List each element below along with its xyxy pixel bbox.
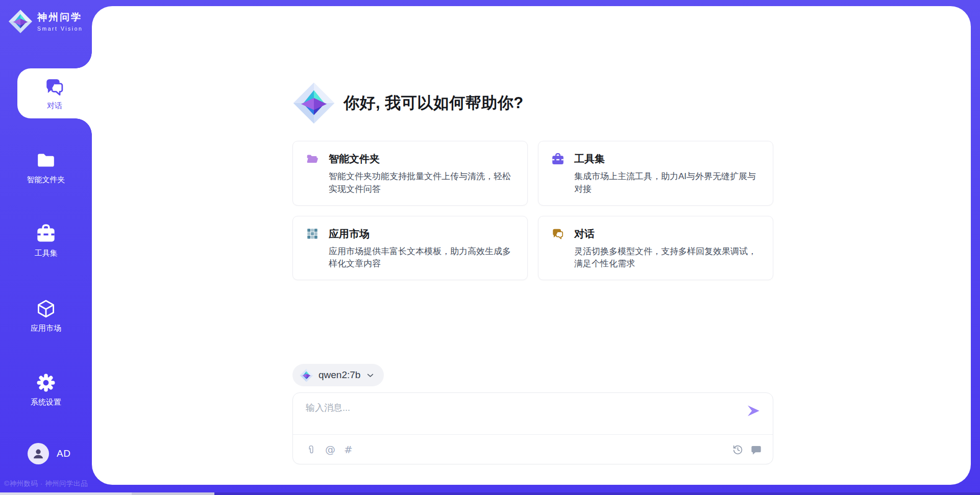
card-description: 灵活切换多模型文件，支持多样回复效果调试，满足个性化需求 [574, 245, 761, 271]
brand: 神州问学 Smart Vision [8, 9, 83, 34]
at-sign-icon: @ [325, 444, 335, 455]
sidebar-item-label: 工具集 [35, 249, 58, 258]
chat-icon [551, 227, 565, 240]
sidebar-item-label: 系统设置 [31, 398, 61, 407]
send-button[interactable] [746, 404, 761, 418]
person-icon [32, 447, 45, 460]
card-description: 应用市场提供丰富长文本模板，助力高效生成多样化文章内容 [329, 245, 515, 271]
sidebar-item-app-market[interactable]: 应用市场 [0, 299, 92, 333]
copyright-footer: ©神州数码 · 神州问学出品 [4, 479, 88, 488]
main-content: 你好, 我可以如何帮助你? 智能文件夹 智能文件夹功能支持批量文件上传与清洗，轻… [292, 6, 773, 485]
app-root: { "brand": { "name": "神州问学", "subtitle":… [0, 0, 980, 495]
chat-bubble-icon [751, 444, 762, 455]
conversation-button[interactable] [751, 444, 762, 455]
hero: 你好, 我可以如何帮助你? [292, 82, 524, 125]
history-button[interactable] [732, 444, 743, 455]
sidebar-item-label: 智能文件夹 [27, 175, 65, 185]
message-input[interactable] [306, 402, 714, 431]
cube-icon [36, 299, 56, 319]
sidebar-item-toolset[interactable]: 工具集 [0, 224, 92, 258]
feature-cards: 智能文件夹 智能文件夹功能支持批量文件上传与清洗，轻松实现文件问答 工具集 集成… [292, 141, 773, 280]
card-description: 智能文件夹功能支持批量文件上传与清洗，轻松实现文件问答 [329, 170, 515, 196]
paperclip-icon [306, 444, 316, 455]
scrollbar-thumb[interactable] [0, 492, 132, 495]
card-app-market[interactable]: 应用市场 应用市场提供丰富长文本模板，助力高效生成多样化文章内容 [292, 216, 528, 281]
brand-diamond-logo-icon [8, 9, 33, 34]
toolbox-icon [36, 224, 56, 244]
history-icon [732, 444, 743, 455]
chevron-down-icon [365, 370, 375, 380]
brand-subtitle: Smart Vision [37, 26, 83, 32]
card-header: 工具集 [551, 152, 761, 166]
sidebar-item-chat[interactable]: 对话 [17, 68, 92, 118]
user-profile[interactable]: AD [28, 443, 70, 464]
hash-icon: # [344, 444, 353, 455]
gear-icon [36, 373, 56, 393]
model-name: qwen2:7b [318, 369, 360, 381]
horizontal-scrollbar[interactable] [0, 492, 980, 495]
folder-open-icon [306, 153, 319, 166]
message-composer: @ # [292, 392, 773, 464]
sidebar-item-label: 对话 [47, 101, 62, 111]
card-title: 对话 [574, 227, 595, 241]
sidebar-item-smart-folder[interactable]: 智能文件夹 [0, 150, 92, 185]
grid-icon [306, 227, 319, 240]
card-title: 工具集 [574, 152, 605, 166]
card-smart-folder[interactable]: 智能文件夹 智能文件夹功能支持批量文件上传与清洗，轻松实现文件问答 [292, 141, 528, 206]
chat-icon [44, 76, 65, 97]
card-title: 智能文件夹 [329, 152, 380, 166]
sidebar: 神州问学 Smart Vision 对话 智能文件夹 工具集 应用市场 系统设置… [0, 0, 92, 495]
composer-toolbar: @ # [306, 435, 762, 464]
scrollbar-thumb-secondary[interactable] [132, 492, 214, 495]
greeting-heading: 你好, 我可以如何帮助你? [344, 92, 524, 114]
card-chat[interactable]: 对话 灵活切换多模型文件，支持多样回复效果调试，满足个性化需求 [538, 216, 773, 281]
hashtag-button[interactable]: # [344, 444, 353, 455]
sidebar-item-settings[interactable]: 系统设置 [0, 373, 92, 407]
sidebar-item-label: 应用市场 [31, 324, 61, 333]
card-description: 集成市场上主流工具，助力AI与外界无缝扩展与对接 [574, 170, 761, 196]
avatar [28, 443, 49, 464]
brand-text: 神州问学 Smart Vision [37, 9, 83, 32]
user-name: AD [57, 448, 70, 459]
folder-icon [36, 150, 56, 170]
model-selector[interactable]: qwen2:7b [292, 364, 384, 386]
card-toolset[interactable]: 工具集 集成市场上主流工具，助力AI与外界无缝扩展与对接 [538, 141, 773, 206]
brand-name: 神州问学 [37, 11, 83, 24]
composer-toolbar-right [732, 444, 762, 455]
model-diamond-logo-icon [300, 368, 313, 382]
attachment-button[interactable] [306, 444, 316, 455]
send-icon [746, 404, 761, 418]
card-header: 应用市场 [306, 227, 515, 241]
card-header: 对话 [551, 227, 761, 241]
hero-diamond-logo-icon [292, 82, 335, 125]
briefcase-icon [551, 153, 565, 166]
card-title: 应用市场 [329, 227, 370, 241]
card-header: 智能文件夹 [306, 152, 515, 166]
main-panel: 你好, 我可以如何帮助你? 智能文件夹 智能文件夹功能支持批量文件上传与清洗，轻… [92, 6, 971, 485]
mention-button[interactable]: @ [325, 444, 335, 455]
